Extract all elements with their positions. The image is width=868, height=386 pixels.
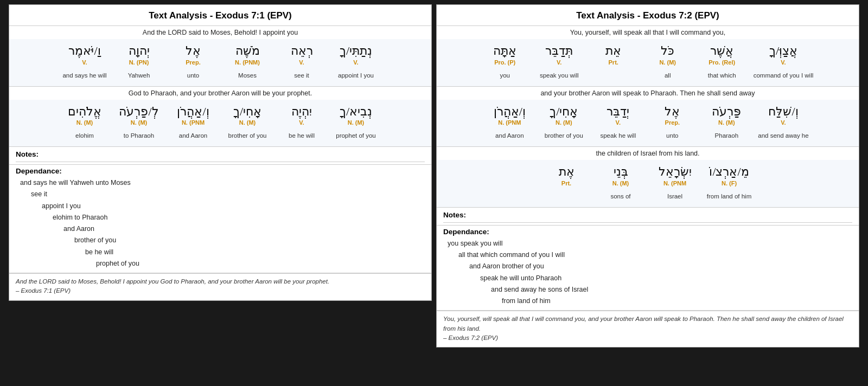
- english-gloss: brother of you: [228, 128, 267, 143]
- word-cell: מֹשֶׁהN. (PNM)Moses: [220, 42, 275, 84]
- english-gloss: from land of him: [707, 189, 751, 204]
- hebrew-word: יְדַבֵּר: [607, 104, 629, 120]
- hebrew-word: אֲשֶׁר: [710, 43, 733, 59]
- english-gloss: Pharaoh: [715, 128, 738, 143]
- part-of-speech: N. (M): [131, 119, 148, 128]
- hebrew-word: אֲצַוְּ/ךָ: [769, 43, 797, 59]
- dep-line: all that which command of you I will: [443, 249, 852, 261]
- word-cell: נְבִיא/ךָN. (M)prophet of you: [329, 103, 383, 145]
- hebrew-word: יְהוָה: [129, 43, 150, 59]
- english-gloss: see it: [294, 68, 309, 83]
- panel1-verse1-summary: And the LORD said to Moses, Behold! I ap…: [9, 26, 431, 39]
- part-of-speech: N. (PNM: [663, 180, 686, 189]
- word-cell: אֵתPrt.: [586, 42, 641, 84]
- panel2-footnote: You, yourself, will speak all that I wil…: [437, 311, 859, 347]
- part-of-speech: Prt.: [609, 59, 618, 68]
- word-cell: אַתָּהPro. (P)you: [478, 42, 532, 84]
- word-cell: וְ/אַהֲרֹןN. (PNMand Aaron: [482, 103, 537, 145]
- panel2-verse1-section: You, yourself, will speak all that I wil…: [437, 26, 859, 87]
- panel2-verse2-word-row: וְ/אַהֲרֹןN. (PNMand Aaronאָחִי/ךָN. (M)…: [437, 100, 859, 147]
- english-gloss: unto: [666, 128, 678, 143]
- word-cell: יִהְיֶהV.be he will: [275, 103, 329, 145]
- english-gloss: speak he will: [600, 128, 636, 143]
- panel1-dependance-header: Dependance:: [16, 167, 425, 175]
- part-of-speech: N. (PN): [129, 59, 149, 68]
- hebrew-word: רְאֵה: [291, 43, 313, 59]
- word-cell: אֶלPrep.unto: [645, 103, 699, 145]
- dep-line: from land of him: [443, 295, 852, 307]
- part-of-speech: N. (PNM: [498, 119, 521, 128]
- english-gloss: speak you will: [540, 68, 579, 83]
- panel1-verse2-summary: God to Pharaoh, and your brother Aaron w…: [9, 87, 431, 100]
- panel1-footnote: And the LORD said to Moses, Behold! I ap…: [9, 273, 431, 300]
- english-gloss: and send away he: [758, 128, 808, 143]
- english-gloss: appoint I you: [338, 68, 374, 83]
- english-gloss: unto: [187, 68, 199, 83]
- panel2-dep-lines: you speak you willall that which command…: [443, 238, 852, 307]
- word-cell: פַּרְעֹהN. (M)Pharaoh: [699, 103, 754, 145]
- word-cell: אָחִי/ךָN. (M)brother of you: [220, 103, 275, 145]
- hebrew-word: אֶל: [186, 43, 201, 59]
- hebrew-word: וַ/יֹּאמֶר: [68, 43, 100, 59]
- panel2-notes: Notes:: [437, 208, 859, 226]
- word-cell: וַ/יֹּאמֶרV.and says he will: [58, 42, 112, 84]
- dep-line: see it: [16, 189, 425, 200]
- hebrew-word: יִהְיֶה: [291, 104, 312, 120]
- part-of-speech: N. (M): [239, 119, 256, 128]
- english-gloss: sons of: [610, 189, 630, 204]
- hebrew-word: וְ/שִׁלַּח: [768, 104, 798, 120]
- dep-line: speak he will unto Pharaoh: [443, 273, 852, 284]
- panel2-verse2-summary: and your brother Aaron will speak to Pha…: [437, 87, 859, 100]
- hebrew-word: אַתָּה: [493, 43, 516, 59]
- hebrew-word: כֹּל: [661, 43, 674, 59]
- english-gloss: Moses: [238, 68, 257, 83]
- hebrew-word: וְ/אַהֲרֹן: [494, 104, 526, 120]
- hebrew-word: מֹשֶׁה: [235, 43, 260, 59]
- word-cell: לְ/פַרְעֹהN. (M)to Pharaoh: [112, 103, 166, 145]
- hebrew-word: נְבִיא/ךָ: [340, 104, 372, 120]
- panel1-title: Text Analysis - Exodus 7:1 (EPV): [9, 5, 431, 26]
- panel1-verse2-word-row: אֱלֹהִיםN. (M)elohimלְ/פַרְעֹהN. (M)to P…: [9, 100, 431, 147]
- hebrew-word: אֱלֹהִים: [68, 104, 101, 120]
- dep-line: and says he will Yahweh unto Moses: [16, 177, 425, 189]
- hebrew-word: אֵת: [605, 43, 621, 59]
- part-of-speech: Prep.: [665, 119, 680, 128]
- word-cell: תְּדַבֵּרV.speak you will: [532, 42, 586, 84]
- word-cell: אָחִי/ךָN. (M)brother of you: [537, 103, 591, 145]
- hebrew-word: פַּרְעֹה: [712, 104, 741, 120]
- panel1-notes-header: Notes:: [16, 150, 425, 158]
- hebrew-word: אָחִי/ךָ: [233, 104, 261, 120]
- dep-line: appoint I you: [16, 201, 425, 212]
- word-cell: כֹּלN. (M)all: [641, 42, 695, 84]
- dep-line: be he will: [16, 247, 425, 258]
- part-of-speech: V.: [616, 119, 621, 128]
- word-cell: אֱלֹהִיםN. (M)elohim: [58, 103, 112, 145]
- part-of-speech: Prt.: [561, 180, 571, 189]
- part-of-speech: N. (M): [76, 119, 93, 128]
- hebrew-word: יִשְׂרָאֵל: [659, 164, 692, 180]
- word-cell: אֶלPrep.unto: [166, 42, 220, 84]
- word-cell: יְדַבֵּרV.speak he will: [591, 103, 645, 145]
- part-of-speech: V.: [299, 59, 304, 68]
- english-gloss: all: [665, 68, 671, 83]
- part-of-speech: N. (PNM): [235, 59, 260, 68]
- word-cell: יְהוָהN. (PN)Yahweh: [112, 42, 166, 84]
- hebrew-word: נְתַתִּי/ךָ: [340, 43, 372, 59]
- dep-line: elohim to Pharaoh: [16, 212, 425, 223]
- panel2-verse3-section: the children of Israel from his land. אֶ…: [437, 147, 859, 208]
- english-gloss: be he will: [289, 128, 315, 143]
- panel2-dependance: Dependance: you speak you willall that w…: [437, 226, 859, 311]
- panel2-verse2-section: and your brother Aaron will speak to Pha…: [437, 87, 859, 147]
- dep-line: prophet of you: [16, 258, 425, 269]
- word-cell: מֵ/אַרְצ/וֹN. (F)from land of him: [702, 163, 756, 205]
- panel1-verse2-section: God to Pharaoh, and your brother Aaron w…: [9, 87, 431, 147]
- panel-exodus-7-2: Text Analysis - Exodus 7:2 (EPV) You, yo…: [436, 4, 859, 348]
- english-gloss: and says he will: [62, 68, 106, 83]
- part-of-speech: N. (M): [556, 119, 572, 128]
- panel1-dependance: Dependance: and says he will Yahweh unto…: [9, 165, 431, 273]
- word-cell: נְתַתִּי/ךָV.appoint I you: [329, 42, 383, 84]
- panel2-verse1-summary: You, yourself, will speak all that I wil…: [437, 26, 859, 39]
- word-cell: אֲצַוְּ/ךָV.command of you I will: [749, 42, 818, 84]
- panel1-verse1-word-row: וַ/יֹּאמֶרV.and says he willיְהוָהN. (PN…: [9, 39, 431, 86]
- english-gloss: and Aaron: [179, 128, 207, 143]
